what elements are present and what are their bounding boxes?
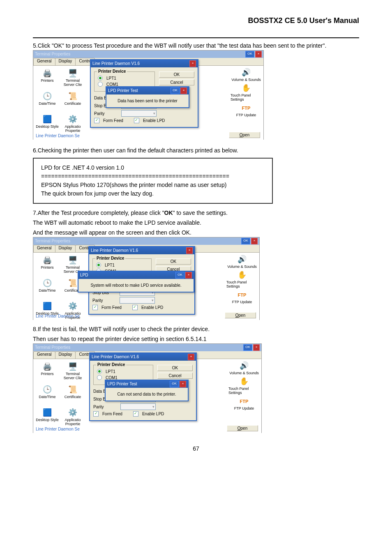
ftp-icon: FTP — [237, 290, 247, 300]
icon3-cert[interactable]: 📜Certificate — [60, 385, 85, 407]
tab3-display[interactable]: Display — [55, 351, 76, 359]
lpd3-close[interactable]: × — [188, 354, 194, 360]
gear-icon: ⚙️ — [67, 301, 78, 312]
tab-display[interactable]: Display — [55, 58, 76, 65]
icon3-ftp[interactable]: FTPFTP Update — [228, 396, 260, 411]
cert-icon: 📜 — [67, 385, 78, 395]
printer-icon: 🖨️ — [42, 68, 53, 79]
content-area: 🖨️Printers 🖥️Terminal Server Clie 🕒Date/… — [33, 66, 263, 140]
printer-icon: 🖨️ — [42, 362, 53, 372]
icon-ftp[interactable]: FTPFTP Update — [231, 103, 262, 117]
lpd2-close[interactable]: × — [186, 247, 193, 254]
tab2-display[interactable]: Display — [55, 245, 76, 252]
tb2-ok[interactable]: OK — [241, 238, 250, 244]
icon3-terminal[interactable]: 🖥️Terminal Server Clie — [60, 362, 85, 384]
icon-desktop[interactable]: 🟦Desktop Style — [35, 114, 60, 136]
icon3-volume[interactable]: 🔊Volume & Sounds — [228, 361, 260, 375]
msg3-close[interactable]: × — [180, 381, 186, 387]
titlebar-text: Terminal Properties — [35, 51, 70, 58]
p3[interactable]: ▾ — [120, 403, 156, 410]
msgbox-close[interactable]: × — [180, 88, 187, 94]
icon2-app[interactable]: ⚙️Applicatio Propertie — [60, 301, 85, 323]
chk3-el[interactable]: ✓ — [133, 411, 138, 417]
icon-datetime[interactable]: 🕒Date/Time — [35, 91, 60, 113]
desktop-icon: 🟦 — [42, 301, 53, 312]
right-col-2: 🔊Volume & Sounds ✋Touch Panel Settings F… — [226, 254, 258, 304]
radio2-lpt1[interactable] — [96, 263, 101, 267]
msgbox-reboot: LPD OK× System will reboot to make LPD s… — [78, 271, 194, 292]
tb3-ok[interactable]: OK — [243, 344, 252, 351]
parity-select[interactable]: ▾ — [121, 110, 157, 117]
step5-text: 5.Click "OK" to process Test procedure a… — [33, 42, 359, 49]
icon2-printers[interactable]: 🖨️Printers — [35, 255, 60, 277]
titlebar-2: Terminal Properties OK× — [33, 237, 259, 245]
open-button-3[interactable]: Open — [227, 425, 258, 431]
content-2: 🖨️Printers 🖥️Terminal Server Clie 🕒Date/… — [33, 253, 259, 320]
icon-touch[interactable]: ✋Touch Panel Settings — [231, 83, 262, 102]
radio3-com1[interactable] — [97, 375, 102, 380]
icon-printers[interactable]: 🖨️Printers — [35, 68, 60, 90]
lpd-title-text: Line Printer Daemon V1.6 — [92, 60, 140, 67]
cancel-button[interactable]: Cancel — [159, 79, 194, 85]
icon3-app[interactable]: ⚙️Applicatio Propertie — [60, 408, 85, 430]
ftp-icon: FTP — [241, 103, 251, 113]
open-button-2[interactable]: Open — [225, 312, 256, 318]
lpd-close-btn[interactable]: × — [189, 60, 196, 67]
desktop-icon: 🟦 — [42, 408, 53, 418]
cert-icon: 📜 — [67, 278, 78, 289]
clock-icon: 🕒 — [42, 278, 53, 289]
icon2-touch[interactable]: ✋Touch Panel Settings — [226, 270, 258, 289]
icon-terminal[interactable]: 🖥️Terminal Server Clie — [60, 68, 85, 90]
chk2-ff[interactable]: ✓ — [92, 305, 98, 310]
tb3-close[interactable]: × — [253, 344, 260, 351]
icon3-datetime[interactable]: 🕒Date/Time — [35, 385, 60, 407]
icon3-desktop[interactable]: 🟦Desktop Style — [35, 408, 60, 430]
icon-app[interactable]: ⚙️Applicatio Propertie — [60, 114, 85, 136]
msg2-ok-tb[interactable]: OK — [175, 272, 184, 279]
clock-icon: 🕒 — [42, 385, 53, 395]
icon2-ftp[interactable]: FTPFTP Update — [226, 290, 258, 304]
speaker-icon: 🔊 — [237, 254, 247, 265]
radio-lpt1[interactable] — [98, 76, 103, 81]
tab3-general[interactable]: General — [33, 351, 55, 359]
icon-volume[interactable]: 🔊Volume & Sounds — [231, 67, 262, 82]
msgbox-title: LPD Printer Test OK× — [106, 87, 189, 94]
open-button[interactable]: Open — [229, 132, 260, 138]
chk3-ff[interactable]: ✓ — [93, 411, 99, 417]
titlebar-3: Terminal Properties OK× — [33, 344, 261, 351]
msg3-ok-tb[interactable]: OK — [170, 381, 179, 387]
ok-button[interactable]: OK — [159, 71, 194, 78]
parity-label: Parity — [94, 111, 119, 116]
icon3-touch[interactable]: ✋Touch Panel Settings — [228, 376, 260, 395]
screenshot-1: Terminal Properties OK × General Display… — [33, 50, 264, 140]
hand-icon: ✋ — [241, 83, 251, 94]
msgbox-ok-tb[interactable]: OK — [171, 88, 180, 94]
p2-select[interactable]: ▾ — [120, 297, 155, 304]
title-close-btn[interactable]: × — [255, 51, 262, 58]
msgbox3-body: Can not send data to the printer. — [106, 388, 188, 401]
chk-formfeed[interactable]: ✓ — [94, 118, 99, 123]
radio3-lpt1[interactable] — [97, 369, 102, 374]
radio-com1[interactable] — [98, 82, 103, 87]
icon2-datetime[interactable]: 🕒Date/Time — [35, 278, 60, 300]
printout-l3: EPSON Stylus Photo 1270(shows the printe… — [41, 181, 265, 189]
msgbox2-title: LPD OK× — [78, 272, 194, 279]
ok2-button[interactable]: OK — [156, 258, 191, 265]
cancel3-button[interactable]: Cancel — [157, 373, 193, 379]
icon2-desktop[interactable]: 🟦Desktop Style — [35, 301, 60, 323]
chk-enablelpd[interactable]: ✓ — [134, 118, 139, 123]
icon3-printers[interactable]: 🖨️Printers — [35, 362, 60, 384]
tb2-close[interactable]: × — [251, 238, 258, 244]
title-ok-btn[interactable]: OK — [245, 51, 254, 58]
icon-cert[interactable]: 📜Certificate — [60, 91, 85, 113]
titlebar-terminal-props: Terminal Properties OK × — [33, 51, 263, 58]
screenshot-3: Terminal Properties OK× General Display … — [33, 343, 262, 433]
gear-icon: ⚙️ — [67, 408, 78, 418]
msg2-close[interactable]: × — [185, 272, 192, 279]
ok3-button[interactable]: OK — [157, 365, 193, 371]
chk2-el[interactable]: ✓ — [132, 305, 138, 310]
lpd2-titlebar: Line Printer Daemon V1.6 × — [89, 247, 194, 254]
tab-general[interactable]: General — [33, 58, 55, 65]
icon2-volume[interactable]: 🔊Volume & Sounds — [226, 254, 258, 269]
tab2-general[interactable]: General — [33, 245, 55, 252]
